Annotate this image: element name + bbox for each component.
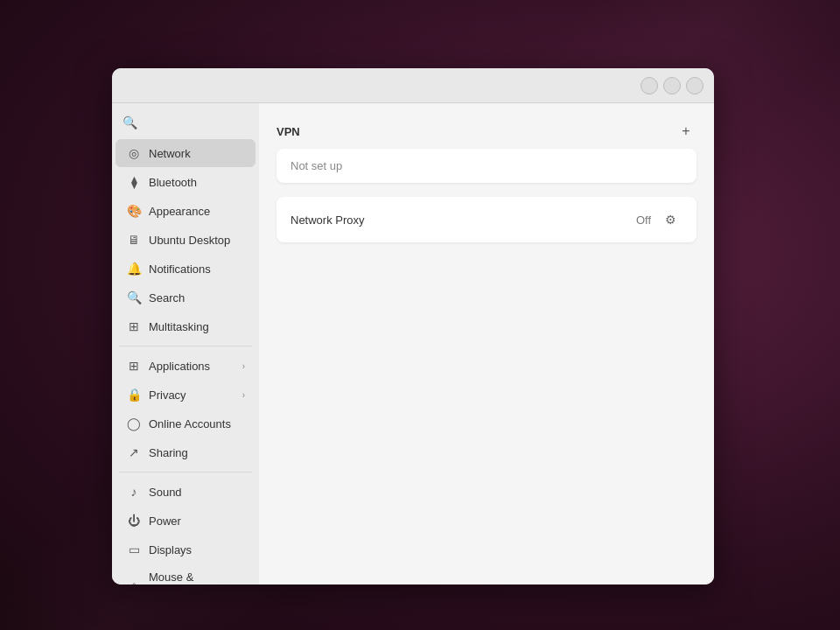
section-header-vpn: VPN+ [276, 121, 696, 142]
sidebar-item-search[interactable]: 🔍Search [116, 284, 256, 312]
power-icon: ⏻ [126, 513, 142, 528]
sidebar-item-label-sharing: Sharing [149, 446, 245, 459]
multitasking-icon: ⊞ [126, 318, 142, 334]
sidebar-item-label-displays: Displays [149, 543, 245, 556]
section-vpn: VPN+Not set up [276, 121, 696, 183]
chevron-right-icon-privacy: › [242, 390, 245, 400]
bluetooth-icon: ⧫ [126, 174, 142, 190]
card-row-network-proxy-row[interactable]: Network ProxyOff⚙ [276, 197, 696, 242]
sidebar-item-label-privacy: Privacy [149, 388, 242, 402]
sidebar-item-ubuntu-desktop[interactable]: 🖥Ubuntu Desktop [116, 226, 256, 254]
sidebar-item-appearance[interactable]: 🎨Appearance [116, 197, 256, 225]
card-network-proxy: Network ProxyOff⚙ [276, 197, 696, 242]
gear-icon-network-proxy-row[interactable]: ⚙ [658, 207, 682, 232]
chevron-right-icon-applications: › [242, 361, 245, 371]
sidebar-search-area: 🔍 [112, 110, 259, 135]
card-row-value-network-proxy-row: Off [636, 214, 651, 227]
sidebar-item-sharing[interactable]: ↗Sharing [116, 438, 256, 466]
section-network-proxy: Network ProxyOff⚙ [276, 197, 696, 242]
card-row-label-network-proxy-row: Network Proxy [290, 214, 636, 227]
sidebar-item-notifications[interactable]: 🔔Notifications [116, 255, 256, 283]
section-label-vpn: VPN [276, 125, 300, 138]
sidebar-item-label-network: Network [149, 147, 245, 160]
sidebar-item-network[interactable]: ◎Network [116, 139, 256, 167]
search-icon: 🔍 [126, 290, 142, 305]
sound-icon: ♪ [126, 484, 142, 500]
sidebar-item-label-multitasking: Multitasking [149, 320, 245, 333]
sidebar-item-label-applications: Applications [149, 360, 242, 373]
notifications-icon: 🔔 [126, 261, 142, 276]
sidebar-item-label-mouse-touchpad: Mouse & Touchpad [149, 570, 245, 584]
card-row-vpn-not-set: Not set up [276, 149, 696, 183]
privacy-icon: 🔒 [126, 387, 142, 402]
applications-icon: ⊞ [126, 358, 142, 374]
maximize-button[interactable] [663, 77, 681, 94]
sidebar-item-sound[interactable]: ♪Sound [116, 478, 256, 506]
online-accounts-icon: ◯ [126, 416, 142, 431]
sidebar-item-displays[interactable]: ▭Displays [116, 536, 256, 564]
titlebar [112, 68, 714, 103]
search-icon: 🔍 [122, 116, 137, 130]
close-button[interactable] [686, 77, 704, 94]
sidebar-item-multitasking[interactable]: ⊞Multitasking [116, 312, 256, 340]
sidebar-divider-2 [119, 472, 252, 472]
sidebar-item-label-ubuntu-desktop: Ubuntu Desktop [149, 234, 245, 247]
sidebar-item-label-search: Search [149, 291, 245, 304]
appearance-icon: 🎨 [126, 203, 142, 219]
sidebar-item-applications[interactable]: ⊞Applications› [116, 352, 256, 380]
main-content: VPN+Not set upNetwork ProxyOff⚙ [259, 103, 714, 584]
sidebar-item-online-accounts[interactable]: ◯Online Accounts [116, 410, 256, 438]
sidebar-item-privacy[interactable]: 🔒Privacy› [116, 381, 256, 409]
displays-icon: ▭ [126, 542, 142, 557]
sharing-icon: ↗ [126, 444, 142, 460]
sidebar-item-label-notifications: Notifications [149, 262, 245, 276]
sidebar-item-label-bluetooth: Bluetooth [149, 176, 245, 189]
sidebar-item-label-sound: Sound [149, 486, 245, 499]
mouse-touchpad-icon: ⬦ [126, 576, 142, 584]
network-icon: ◎ [126, 145, 142, 161]
sidebar-item-power[interactable]: ⏻Power [116, 507, 256, 535]
titlebar-controls [640, 77, 704, 94]
minimize-button[interactable] [640, 77, 658, 94]
window-body: 🔍 ◎Network⧫Bluetooth🎨Appearance🖥Ubuntu D… [112, 103, 714, 584]
card-vpn: Not set up [276, 149, 696, 183]
sidebar-item-label-appearance: Appearance [149, 205, 245, 218]
settings-window: 🔍 ◎Network⧫Bluetooth🎨Appearance🖥Ubuntu D… [112, 68, 714, 584]
sidebar: 🔍 ◎Network⧫Bluetooth🎨Appearance🖥Ubuntu D… [112, 103, 259, 584]
sidebar-item-label-online-accounts: Online Accounts [149, 417, 245, 430]
sidebar-item-bluetooth[interactable]: ⧫Bluetooth [116, 168, 256, 196]
card-row-label-vpn-not-set: Not set up [290, 159, 682, 172]
sidebar-item-mouse-touchpad[interactable]: ⬦Mouse & Touchpad [116, 564, 256, 584]
sidebar-item-label-power: Power [149, 514, 245, 528]
sidebar-divider-1 [119, 346, 252, 346]
add-vpn-button[interactable]: + [676, 121, 696, 142]
ubuntu-desktop-icon: 🖥 [126, 232, 142, 248]
